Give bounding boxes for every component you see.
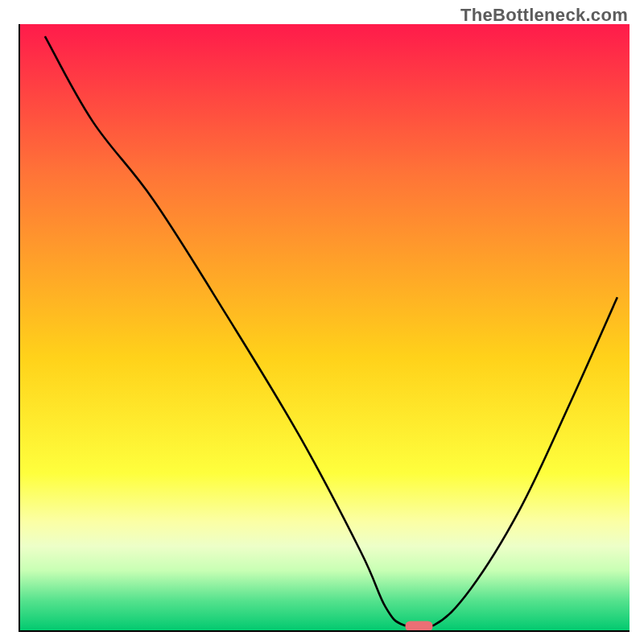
gradient-background <box>19 24 630 631</box>
bottleneck-chart: TheBottleneck.com <box>0 0 644 644</box>
optimal-marker <box>405 621 432 631</box>
plot-svg <box>0 0 644 644</box>
